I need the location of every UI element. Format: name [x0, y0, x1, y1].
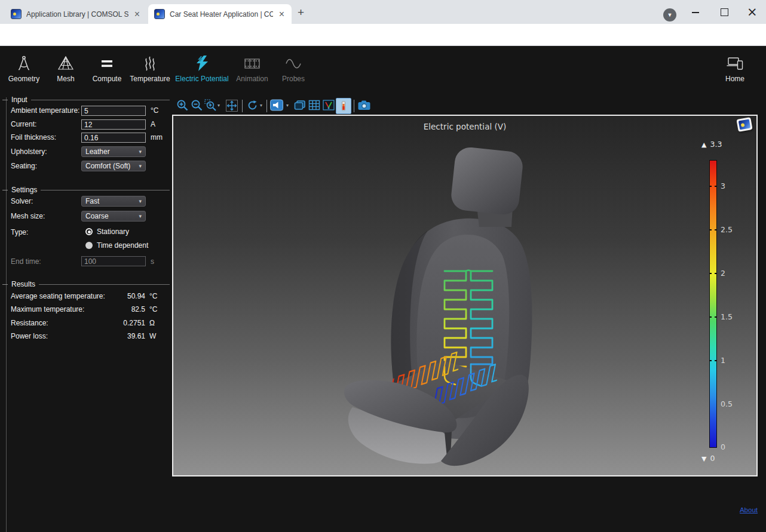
grid-icon[interactable] [308, 99, 321, 111]
radio-unselected-icon [85, 242, 93, 249]
toolbar-separator [266, 100, 267, 112]
about-link[interactable]: About [740, 506, 758, 513]
upholstery-select[interactable]: Leather ▾ [81, 146, 146, 157]
max-temp-unit: °C [149, 305, 157, 313]
section-settings: Settings [2, 186, 170, 194]
window-minimize-button[interactable] [692, 12, 699, 13]
tab-application-library[interactable]: Application Library | COMSOL Se × [5, 4, 147, 24]
legend-tick: 0.5 [721, 399, 733, 408]
mesh-size-select[interactable]: Coarse ▾ [81, 211, 146, 222]
resistance-label: Resistance: [11, 319, 48, 327]
probes-sine-icon [266, 53, 320, 73]
graphics-canvas[interactable]: Electric potential (V) [172, 115, 758, 476]
rotate-dropdown-caret[interactable]: ▾ [260, 103, 262, 108]
legend-tick: 0 [721, 442, 725, 451]
rotate-view-icon[interactable] [246, 99, 259, 112]
radio-stationary[interactable]: Stationary [85, 227, 129, 236]
legend-tick: 1.5 [721, 312, 733, 321]
tab-title: Car Seat Heater Application | CO [170, 10, 273, 19]
ribbon-probes-button[interactable]: Probes [266, 53, 320, 87]
comsol-favicon [154, 9, 165, 19]
color-legend-toggle-active[interactable] [336, 98, 351, 114]
screen: { "browser": { "tab1": "Application Libr… [0, 0, 766, 532]
foil-thickness-label: Foil thickness: [11, 133, 56, 142]
view-icon[interactable] [270, 99, 283, 111]
window-close-button[interactable]: × [747, 5, 758, 19]
toolbar-separator [242, 100, 243, 112]
toolbar-separator [354, 100, 354, 112]
radio-time-dependent[interactable]: Time dependent [85, 241, 148, 250]
home-devices-icon [708, 53, 762, 73]
power-loss-value: 39.61 [79, 332, 145, 340]
legend-min: ▼0 [701, 454, 715, 463]
current-input[interactable] [81, 119, 146, 130]
current-unit: A [151, 120, 155, 128]
scene-light-icon[interactable] [293, 99, 307, 111]
triangle-down-icon: ▼ [701, 455, 706, 463]
solver-select[interactable]: Fast ▾ [81, 196, 146, 207]
end-time-input [81, 256, 146, 266]
seating-select[interactable]: Comfort (Soft) ▾ [81, 161, 146, 171]
ambient-unit: °C [151, 106, 158, 115]
comsol-app: Geometry Mesh Compute Temperature [0, 46, 766, 532]
comsol-favicon [11, 9, 22, 19]
seating-label: Seating: [11, 162, 37, 170]
zoom-out-icon[interactable] [191, 99, 203, 112]
ambient-temperature-input[interactable] [81, 106, 146, 116]
end-time-label: End time: [11, 257, 41, 266]
chevron-down-icon: ▾ [139, 198, 142, 204]
legend-tick: 1 [721, 356, 725, 365]
radio-selected-icon [85, 228, 93, 235]
color-legend-bar [709, 160, 717, 448]
zoom-box-dropdown-caret[interactable]: ▾ [217, 103, 220, 108]
camera-snapshot-icon[interactable] [357, 99, 371, 111]
graphics-toolbar: ▾ ▾ ▾ [172, 97, 759, 115]
avg-temp-unit: °C [149, 292, 157, 300]
upholstery-label: Upholstery: [11, 147, 47, 156]
current-label: Current: [11, 120, 36, 128]
legend-tick: 2.5 [721, 225, 733, 234]
power-loss-unit: W [149, 332, 156, 340]
ambient-temperature-label: Ambient temperature: [11, 106, 79, 115]
tab-title: Application Library | COMSOL Se [26, 10, 128, 19]
foil-thickness-input[interactable] [81, 133, 146, 143]
car-seat-3d-model[interactable] [173, 116, 756, 475]
legend-tick: 2 [721, 269, 725, 278]
browser-address-bar: ← → ↻ ⌂ comsol.com/server-demo/app/car_s… [0, 24, 766, 46]
max-temp-label: Maximum temperature: [11, 305, 84, 313]
zoom-in-icon[interactable] [176, 99, 189, 112]
end-time-unit: s [151, 257, 154, 266]
sidebar-border [6, 97, 7, 532]
tab-car-seat-heater[interactable]: Car Seat Heater Application | CO × [148, 4, 292, 24]
section-input: Input [2, 96, 170, 104]
section-results: Results [2, 280, 170, 288]
tab-close-icon[interactable]: × [278, 10, 286, 19]
legend-max: ▲3.3 [701, 140, 722, 149]
axes-orientation-icon[interactable] [322, 99, 335, 111]
type-label: Type: [11, 228, 28, 236]
power-loss-label: Power loss: [11, 332, 48, 340]
new-tab-button[interactable]: + [298, 6, 304, 19]
tab-close-icon[interactable]: × [133, 10, 141, 19]
avg-temp-value: 50.94 [79, 292, 145, 300]
max-temp-value: 82.5 [79, 305, 145, 313]
chevron-down-icon: ▾ [139, 163, 142, 169]
resistance-unit: Ω [149, 319, 155, 327]
triangle-up-icon: ▲ [701, 141, 706, 149]
chevron-down-icon: ▾ [139, 149, 142, 155]
solver-label: Solver: [11, 197, 33, 205]
window-maximize-button[interactable] [721, 8, 728, 16]
mesh-size-label: Mesh size: [11, 212, 45, 220]
chevron-down-icon: ▾ [139, 213, 142, 219]
view-dropdown-caret[interactable]: ▾ [286, 103, 289, 108]
ribbon-home-button[interactable]: Home [708, 53, 762, 87]
zoom-box-icon[interactable] [204, 99, 217, 112]
resistance-value: 0.2751 [79, 319, 145, 327]
foil-unit: mm [151, 133, 163, 142]
browser-update-icon[interactable]: ▼ [663, 8, 676, 21]
headrest [450, 146, 524, 216]
zoom-extents-icon[interactable] [225, 99, 238, 112]
browser-tab-strip: Application Library | COMSOL Se × Car Se… [0, 0, 766, 24]
legend-tick: 3 [721, 182, 725, 190]
